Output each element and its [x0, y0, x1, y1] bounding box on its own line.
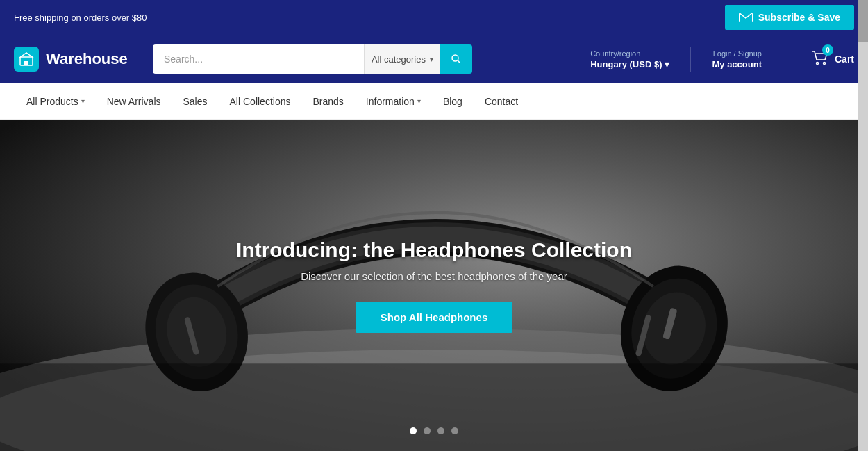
category-dropdown[interactable]: All categories ▾ [364, 44, 440, 74]
nav-item-brands[interactable]: Brands [303, 83, 353, 120]
hero-dot-1[interactable] [410, 427, 417, 434]
all-products-chevron-icon: ▾ [81, 97, 85, 105]
header: Warehouse All categories ▾ Country/regio… [0, 35, 868, 83]
search-bar: All categories ▾ [153, 44, 472, 74]
nav-item-information[interactable]: Information ▾ [356, 83, 431, 120]
logo-name: Warehouse [46, 50, 128, 68]
hero-subtitle: Discover our selection of the best headp… [236, 270, 632, 282]
cart-label: Cart [835, 54, 854, 65]
hero-dot-4[interactable] [451, 427, 458, 434]
svg-rect-19 [0, 363, 868, 451]
logo-icon [14, 47, 39, 72]
hero-title: Introducing: the Headphones Collection [236, 238, 632, 262]
search-icon [450, 53, 462, 65]
cart-icon-wrap: 0 [811, 49, 829, 69]
nav-item-blog[interactable]: Blog [433, 83, 472, 120]
nav-item-contact[interactable]: Contact [475, 83, 528, 120]
nav-item-sales[interactable]: Sales [174, 83, 217, 120]
account-area[interactable]: Login / Signup My account [712, 49, 762, 69]
search-input[interactable] [153, 44, 364, 74]
navigation: All Products ▾ New Arrivals Sales All Co… [0, 83, 868, 120]
hero-dots [410, 427, 458, 434]
svg-point-6 [823, 63, 825, 65]
header-divider [690, 47, 691, 72]
search-button[interactable] [440, 44, 472, 74]
region-selector[interactable]: Country/region Hungary (USD $) ▾ [590, 49, 669, 69]
hero-cta-button[interactable]: Shop All Headphones [356, 302, 512, 333]
svg-point-5 [816, 63, 818, 65]
mail-icon [739, 13, 753, 22]
nav-item-new-arrivals[interactable]: New Arrivals [97, 83, 171, 120]
header-right: Country/region Hungary (USD $) ▾ Login /… [590, 47, 854, 72]
scrollbar-thumb[interactable] [858, 0, 868, 42]
subscribe-save-button[interactable]: Subscribe & Save [725, 5, 854, 30]
svg-point-3 [452, 55, 458, 61]
nav-item-all-collections[interactable]: All Collections [220, 83, 301, 120]
svg-rect-2 [24, 61, 28, 65]
scrollbar[interactable] [858, 0, 868, 451]
cart-button[interactable]: 0 Cart [811, 49, 854, 69]
hero-dot-3[interactable] [437, 427, 444, 434]
announcement-text: Free shipping on orders over $80 [14, 13, 147, 23]
hero-dot-2[interactable] [424, 427, 431, 434]
hero-content: Introducing: the Headphones Collection D… [236, 238, 632, 333]
region-chevron-icon: ▾ [665, 59, 669, 69]
cart-badge: 0 [822, 44, 833, 56]
category-chevron-icon: ▾ [430, 56, 433, 63]
hero-section: Introducing: the Headphones Collection D… [0, 120, 868, 451]
information-chevron-icon: ▾ [417, 97, 421, 105]
announcement-bar: Free shipping on orders over $80 Subscri… [0, 0, 868, 35]
logo-link[interactable]: Warehouse [14, 47, 139, 72]
svg-line-4 [458, 60, 460, 63]
nav-item-all-products[interactable]: All Products ▾ [17, 83, 94, 120]
header-divider-2 [783, 47, 783, 72]
